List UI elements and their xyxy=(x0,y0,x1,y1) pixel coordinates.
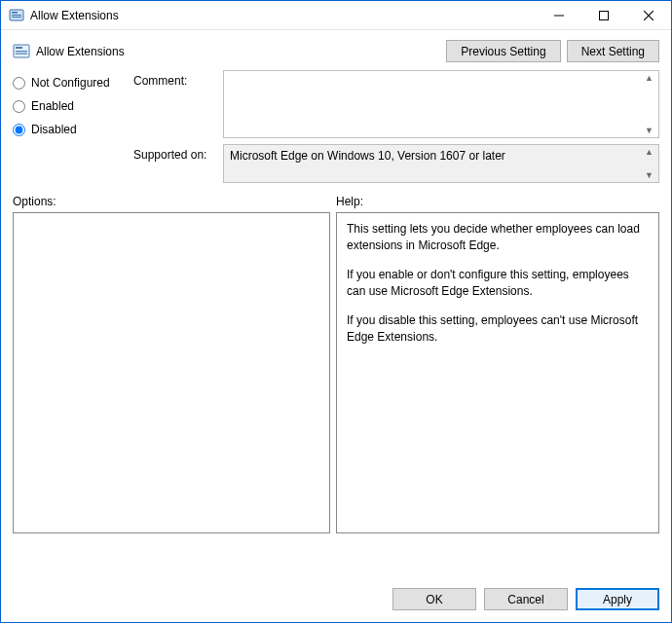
supported-on-label: Supported on: xyxy=(133,144,219,162)
comment-label: Comment: xyxy=(133,70,219,88)
panel-labels-row: Options: Help: xyxy=(13,195,659,208)
radio-not-configured[interactable]: Not Configured xyxy=(13,76,130,90)
window-title: Allow Extensions xyxy=(30,9,119,22)
titlebar: Allow Extensions xyxy=(1,1,671,30)
radio-disabled-input[interactable] xyxy=(13,124,25,136)
radio-not-configured-label: Not Configured xyxy=(31,76,110,90)
svg-rect-1 xyxy=(12,12,18,14)
minimize-button[interactable] xyxy=(537,1,581,29)
minimize-icon xyxy=(554,11,564,20)
ok-button[interactable]: OK xyxy=(392,588,476,610)
svg-rect-7 xyxy=(16,47,22,49)
close-icon xyxy=(644,11,653,20)
supported-on-field: Microsoft Edge on Windows 10, Version 16… xyxy=(223,144,659,183)
lower-area: Options: Help: This setting lets you dec… xyxy=(13,195,659,578)
svg-rect-2 xyxy=(12,15,21,16)
radio-not-configured-input[interactable] xyxy=(13,77,25,90)
svg-rect-5 xyxy=(600,11,609,19)
policy-icon xyxy=(13,43,30,60)
previous-setting-button[interactable]: Previous Setting xyxy=(446,40,560,62)
header-row: Allow Extensions Previous Setting Next S… xyxy=(1,30,671,66)
help-panel: This setting lets you decide whether emp… xyxy=(336,212,659,533)
upper-grid: Not Configured Enabled Disabled Comment:… xyxy=(13,70,659,183)
options-panel xyxy=(13,212,330,533)
svg-rect-8 xyxy=(16,51,27,52)
svg-rect-4 xyxy=(554,15,564,16)
scroll-down-icon: ▼ xyxy=(645,126,653,135)
svg-rect-9 xyxy=(16,53,27,54)
scroll-up-icon: ▲ xyxy=(645,73,653,83)
radio-disabled[interactable]: Disabled xyxy=(13,123,130,136)
radio-disabled-label: Disabled xyxy=(31,123,77,136)
supported-scrollbar[interactable]: ▲ ▼ xyxy=(642,147,656,180)
comment-scrollbar[interactable]: ▲ ▼ xyxy=(642,73,656,135)
policy-name: Allow Extensions xyxy=(36,45,125,58)
help-paragraph: This setting lets you decide whether emp… xyxy=(347,221,649,255)
radio-enabled-input[interactable] xyxy=(13,100,25,113)
scroll-up-icon: ▲ xyxy=(645,147,653,157)
next-setting-button[interactable]: Next Setting xyxy=(567,40,659,62)
app-icon xyxy=(9,8,24,23)
apply-button[interactable]: Apply xyxy=(576,588,659,610)
cancel-button[interactable]: Cancel xyxy=(484,588,568,610)
radio-enabled[interactable]: Enabled xyxy=(13,99,130,113)
supported-on-value: Microsoft Edge on Windows 10, Version 16… xyxy=(230,149,505,163)
help-paragraph: If you disable this setting, employees c… xyxy=(347,312,649,347)
options-label: Options: xyxy=(13,195,336,208)
radio-enabled-label: Enabled xyxy=(31,99,74,113)
scroll-down-icon: ▼ xyxy=(645,170,653,180)
svg-rect-3 xyxy=(12,17,21,18)
maximize-icon xyxy=(599,11,609,20)
help-paragraph: If you enable or don't configure this se… xyxy=(347,267,649,301)
panels-row: This setting lets you decide whether emp… xyxy=(13,212,659,578)
window-controls xyxy=(537,1,671,29)
policy-dialog-window: Allow Extensions Allow Extensions xyxy=(0,0,672,623)
close-button[interactable] xyxy=(626,1,671,29)
maximize-button[interactable] xyxy=(581,1,626,29)
state-radio-group: Not Configured Enabled Disabled xyxy=(13,70,130,136)
dialog-button-bar: OK Cancel Apply xyxy=(1,578,671,622)
help-label: Help: xyxy=(336,195,363,208)
comment-textarea[interactable]: ▲ ▼ xyxy=(223,70,659,138)
form-area: Not Configured Enabled Disabled Comment:… xyxy=(1,66,671,578)
